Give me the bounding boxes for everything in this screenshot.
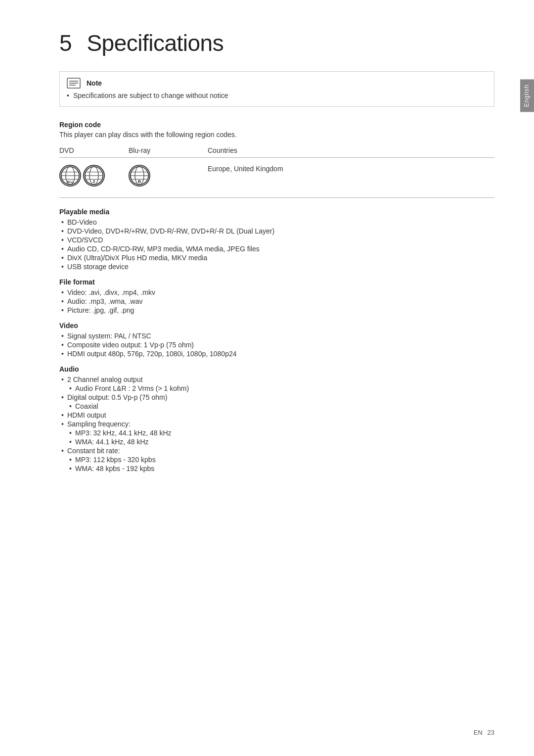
side-tab: English bbox=[520, 79, 534, 112]
playable-media-section: Playable media BD-Video DVD-Video, DVD+R… bbox=[59, 208, 494, 271]
list-item: Sampling frequency: bbox=[59, 420, 494, 428]
list-item: MP3: 112 kbps - 320 kpbs bbox=[59, 455, 494, 464]
list-item: USB storage device bbox=[59, 262, 494, 271]
playable-media-list: BD-Video DVD-Video, DVD+R/+RW, DVD-R/-RW… bbox=[59, 218, 494, 271]
list-item: MP3: 32 kHz, 44.1 kHz, 48 kHz bbox=[59, 428, 494, 437]
file-format-list: Video: .avi, .divx, .mp4, .mkv Audio: .m… bbox=[59, 288, 494, 315]
note-icon bbox=[67, 78, 81, 89]
footer-page: 23 bbox=[488, 729, 494, 736]
chapter-heading: 5 Specifications bbox=[59, 30, 494, 56]
col-bluray: Blu-ray bbox=[129, 143, 208, 158]
bluray-icon-group: B bbox=[129, 165, 208, 187]
note-label: Note bbox=[87, 79, 102, 87]
dvd-2-globe: 2 bbox=[83, 165, 105, 187]
svg-text:2: 2 bbox=[92, 179, 95, 184]
countries-text: Europe, United Kingdom bbox=[208, 165, 283, 173]
list-item: Coaxial bbox=[59, 402, 494, 411]
bluray-icons-cell: B bbox=[129, 158, 208, 194]
list-item: WMA: 44.1 kHz, 48 kHz bbox=[59, 437, 494, 446]
list-item: DivX (Ultra)/DivX Plus HD media, MKV med… bbox=[59, 253, 494, 262]
region-table: DVD Blu-ray Countries bbox=[59, 143, 494, 193]
col-countries: Countries bbox=[208, 143, 494, 158]
list-item: HDMI output 480p, 576p, 720p, 1080i, 108… bbox=[59, 349, 494, 358]
list-item: Audio Front L&R : 2 Vrms (> 1 kohm) bbox=[59, 384, 494, 393]
bluray-b-globe: B bbox=[129, 165, 150, 187]
list-item: Composite video output: 1 Vp-p (75 ohm) bbox=[59, 340, 494, 349]
chapter-number: 5 bbox=[59, 30, 72, 56]
svg-text:ALL: ALL bbox=[67, 180, 74, 184]
dvd-icons-cell: ALL 2 bbox=[59, 158, 129, 194]
playable-media-title: Playable media bbox=[59, 208, 494, 216]
file-format-section: File format Video: .avi, .divx, .mp4, .m… bbox=[59, 278, 494, 315]
file-format-title: File format bbox=[59, 278, 494, 286]
list-item: WMA: 48 kpbs - 192 kpbs bbox=[59, 464, 494, 473]
list-item: Constant bit rate: bbox=[59, 446, 494, 455]
list-item: Audio CD, CD-R/CD-RW, MP3 media, WMA med… bbox=[59, 244, 494, 253]
page-container: English 5 Specifications Note bbox=[0, 0, 534, 756]
list-item: DVD-Video, DVD+R/+RW, DVD-R/-RW, DVD+R/-… bbox=[59, 227, 494, 236]
video-title: Video bbox=[59, 322, 494, 330]
audio-list: 2 Channel analog output Audio Front L&R … bbox=[59, 375, 494, 473]
dvd-icon-group: ALL 2 bbox=[59, 165, 129, 187]
note-bullet-row: • Specifications are subject to change w… bbox=[67, 92, 485, 99]
list-item: Picture: .jpg, .gif, .png bbox=[59, 306, 494, 315]
chapter-title: Specifications bbox=[87, 30, 223, 56]
note-box: Note • Specifications are subject to cha… bbox=[59, 71, 494, 107]
region-code-title: Region code bbox=[59, 121, 494, 129]
audio-title: Audio bbox=[59, 365, 494, 373]
svg-text:B: B bbox=[138, 179, 141, 184]
page-footer: EN 23 bbox=[474, 729, 494, 736]
dvd-all-globe: ALL bbox=[59, 165, 81, 187]
region-code-section: Region code This player can play discs w… bbox=[59, 121, 494, 198]
list-item: 2 Channel analog output bbox=[59, 375, 494, 384]
list-item: Audio: .mp3, .wma, .wav bbox=[59, 297, 494, 306]
region-code-subtitle: This player can play discs with the foll… bbox=[59, 131, 494, 139]
note-content: Note • Specifications are subject to cha… bbox=[67, 78, 485, 100]
note-bullet-text: Specifications are subject to change wit… bbox=[73, 92, 228, 99]
list-item: BD-Video bbox=[59, 218, 494, 227]
countries-cell: Europe, United Kingdom bbox=[208, 158, 494, 194]
side-tab-label: English bbox=[523, 84, 530, 107]
list-item: HDMI output bbox=[59, 411, 494, 420]
col-dvd: DVD bbox=[59, 143, 129, 158]
video-section: Video Signal system: PAL / NTSC Composit… bbox=[59, 322, 494, 358]
list-item: VCD/SVCD bbox=[59, 236, 494, 244]
video-list: Signal system: PAL / NTSC Composite vide… bbox=[59, 331, 494, 358]
region-row: ALL 2 bbox=[59, 158, 494, 194]
audio-section: Audio 2 Channel analog output Audio Fron… bbox=[59, 365, 494, 473]
footer-lang: EN bbox=[474, 729, 483, 736]
note-header: Note bbox=[67, 78, 485, 89]
region-divider bbox=[59, 197, 494, 198]
list-item: Digital output: 0.5 Vp-p (75 ohm) bbox=[59, 393, 494, 402]
list-item: Video: .avi, .divx, .mp4, .mkv bbox=[59, 288, 494, 297]
list-item: Signal system: PAL / NTSC bbox=[59, 331, 494, 340]
